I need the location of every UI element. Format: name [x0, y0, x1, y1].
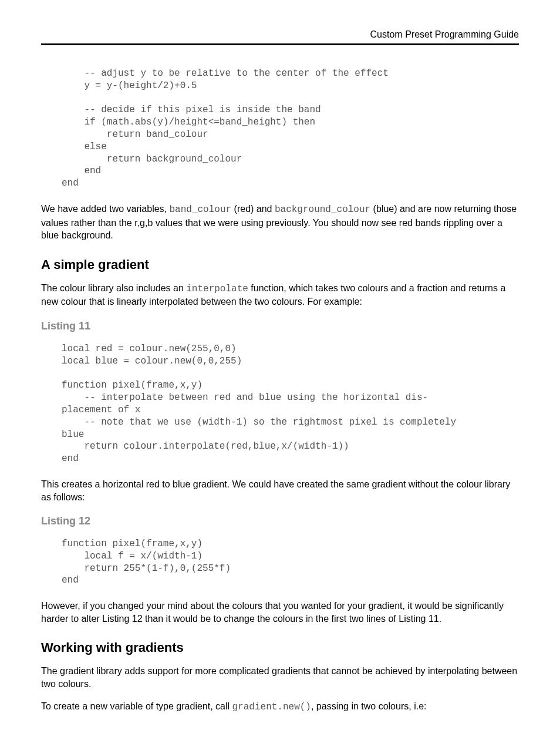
page-header: Custom Preset Programming Guide [41, 29, 519, 45]
listing-11-label: Listing 11 [41, 320, 519, 332]
paragraph-1: We have added two variables, band_colour… [41, 203, 519, 242]
para2-code1: interpolate [186, 284, 248, 294]
para6-a: To create a new variable of type gradien… [41, 701, 232, 711]
heading-working-with-gradients: Working with gradients [41, 640, 519, 655]
paragraph-3: This creates a horizontal red to blue gr… [41, 478, 519, 503]
heading-simple-gradient: A simple gradient [41, 257, 519, 272]
para1-code2: background_colour [275, 204, 370, 215]
para2-a: The colour library also includes an [41, 283, 186, 293]
code-block-3: function pixel(frame,x,y) local f = x/(w… [62, 538, 519, 587]
para1-a: We have added two variables, [41, 204, 170, 214]
paragraph-4: However, if you changed your mind about … [41, 600, 519, 625]
para1-code1: band_colour [170, 204, 232, 215]
para1-b: (red) and [231, 204, 275, 214]
header-title: Custom Preset Programming Guide [370, 29, 519, 39]
paragraph-2: The colour library also includes an inte… [41, 282, 519, 308]
para6-code1: gradient.new() [232, 702, 311, 712]
paragraph-6: To create a new variable of type gradien… [41, 700, 519, 714]
code-block-2: local red = colour.new(255,0,0) local bl… [62, 343, 519, 465]
code-block-1: -- adjust y to be relative to the center… [62, 68, 519, 190]
listing-12-label: Listing 12 [41, 515, 519, 527]
para6-b: , passing in two colours, i.e: [311, 701, 427, 711]
paragraph-5: The gradient library adds support for mo… [41, 665, 519, 690]
